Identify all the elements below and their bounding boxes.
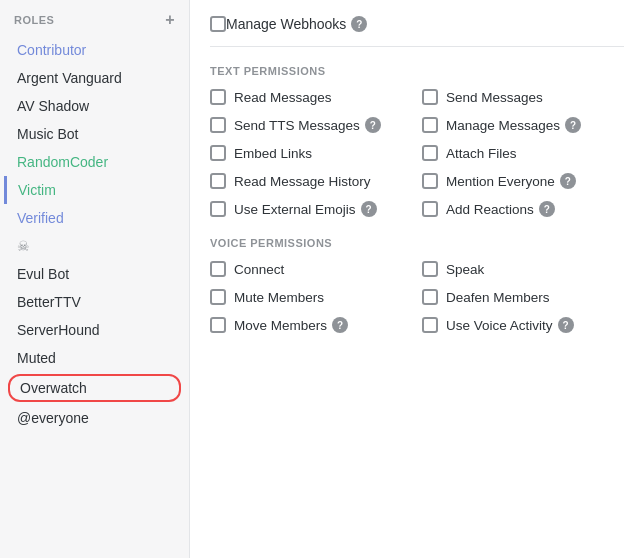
- manage-messages-label: Manage Messages: [446, 118, 560, 133]
- sidebar-item-contributor[interactable]: Contributor: [0, 36, 189, 64]
- sidebar-item-server-hound[interactable]: ServerHound: [0, 316, 189, 344]
- sidebar-item-av-shadow[interactable]: AV Shadow: [0, 92, 189, 120]
- embed-links-label: Embed Links: [234, 146, 312, 161]
- deafen-members-label: Deafen Members: [446, 290, 550, 305]
- perm-read-messages: Read Messages: [210, 89, 412, 105]
- read-history-checkbox[interactable]: [210, 173, 226, 189]
- external-emojis-help-icon[interactable]: ?: [361, 201, 377, 217]
- send-tts-checkbox[interactable]: [210, 117, 226, 133]
- sidebar-item-muted[interactable]: Muted: [0, 344, 189, 372]
- sidebar-item-argent-vanguard[interactable]: Argent Vanguard: [0, 64, 189, 92]
- external-emojis-checkbox[interactable]: [210, 201, 226, 217]
- sidebar-item-overwatch[interactable]: Overwatch: [8, 374, 181, 402]
- add-role-button[interactable]: +: [165, 12, 175, 28]
- roles-label: ROLES: [14, 14, 54, 26]
- perm-read-history: Read Message History: [210, 173, 412, 189]
- sidebar-item-skull[interactable]: ☠: [0, 232, 189, 260]
- perm-external-emojis: Use External Emojis ?: [210, 201, 412, 217]
- move-members-label: Move Members: [234, 318, 327, 333]
- perm-use-voice-activity: Use Voice Activity ?: [422, 317, 624, 333]
- skull-icon: ☠: [17, 238, 30, 254]
- sidebar-item-everyone[interactable]: @everyone: [0, 404, 189, 432]
- perm-mute-members: Mute Members: [210, 289, 412, 305]
- sidebar-item-music-bot[interactable]: Music Bot: [0, 120, 189, 148]
- external-emojis-label: Use External Emojis: [234, 202, 356, 217]
- sidebar-item-random-coder[interactable]: RandomCoder: [0, 148, 189, 176]
- manage-webhooks-checkbox[interactable]: [210, 16, 226, 32]
- send-messages-checkbox[interactable]: [422, 89, 438, 105]
- use-voice-activity-checkbox[interactable]: [422, 317, 438, 333]
- connect-checkbox[interactable]: [210, 261, 226, 277]
- permissions-panel: Manage Webhooks ? TEXT PERMISSIONS Read …: [190, 0, 644, 558]
- send-tts-label: Send TTS Messages: [234, 118, 360, 133]
- voice-permissions-label: VOICE PERMISSIONS: [210, 237, 624, 249]
- sidebar-item-evul-bot[interactable]: Evul Bot: [0, 260, 189, 288]
- perm-connect: Connect: [210, 261, 412, 277]
- manage-webhooks-label: Manage Webhooks: [226, 16, 346, 32]
- embed-links-checkbox[interactable]: [210, 145, 226, 161]
- connect-label: Connect: [234, 262, 284, 277]
- perm-mention-everyone: Mention Everyone ?: [422, 173, 624, 189]
- perm-deafen-members: Deafen Members: [422, 289, 624, 305]
- sidebar-item-verified[interactable]: Verified: [0, 204, 189, 232]
- perm-send-tts: Send TTS Messages ?: [210, 117, 412, 133]
- send-tts-help-icon[interactable]: ?: [365, 117, 381, 133]
- read-history-label: Read Message History: [234, 174, 371, 189]
- sidebar-item-better-ttv[interactable]: BetterTTV: [0, 288, 189, 316]
- mention-everyone-checkbox[interactable]: [422, 173, 438, 189]
- deafen-members-checkbox[interactable]: [422, 289, 438, 305]
- perm-add-reactions: Add Reactions ?: [422, 201, 624, 217]
- perm-manage-messages: Manage Messages ?: [422, 117, 624, 133]
- speak-checkbox[interactable]: [422, 261, 438, 277]
- voice-permissions-grid: Connect Speak Mute Members Deafen Member…: [210, 261, 624, 333]
- mute-members-checkbox[interactable]: [210, 289, 226, 305]
- add-reactions-checkbox[interactable]: [422, 201, 438, 217]
- perm-move-members: Move Members ?: [210, 317, 412, 333]
- perm-send-messages: Send Messages: [422, 89, 624, 105]
- attach-files-checkbox[interactable]: [422, 145, 438, 161]
- mention-everyone-help-icon[interactable]: ?: [560, 173, 576, 189]
- perm-speak: Speak: [422, 261, 624, 277]
- sidebar-item-victim[interactable]: Victim: [4, 176, 189, 204]
- text-permissions-grid: Read Messages Send Messages Send TTS Mes…: [210, 89, 624, 217]
- use-voice-activity-help-icon[interactable]: ?: [558, 317, 574, 333]
- text-permissions-label: TEXT PERMISSIONS: [210, 65, 624, 77]
- read-messages-label: Read Messages: [234, 90, 332, 105]
- manage-webhooks-row: Manage Webhooks ?: [210, 16, 624, 47]
- manage-webhooks-help-icon[interactable]: ?: [351, 16, 367, 32]
- send-messages-label: Send Messages: [446, 90, 543, 105]
- add-reactions-label: Add Reactions: [446, 202, 534, 217]
- read-messages-checkbox[interactable]: [210, 89, 226, 105]
- add-reactions-help-icon[interactable]: ?: [539, 201, 555, 217]
- roles-header: ROLES +: [0, 0, 189, 36]
- speak-label: Speak: [446, 262, 484, 277]
- manage-messages-checkbox[interactable]: [422, 117, 438, 133]
- perm-embed-links: Embed Links: [210, 145, 412, 161]
- move-members-checkbox[interactable]: [210, 317, 226, 333]
- attach-files-label: Attach Files: [446, 146, 517, 161]
- use-voice-activity-label: Use Voice Activity: [446, 318, 553, 333]
- manage-messages-help-icon[interactable]: ?: [565, 117, 581, 133]
- move-members-help-icon[interactable]: ?: [332, 317, 348, 333]
- sidebar: ROLES + Contributor Argent Vanguard AV S…: [0, 0, 190, 558]
- perm-attach-files: Attach Files: [422, 145, 624, 161]
- mute-members-label: Mute Members: [234, 290, 324, 305]
- mention-everyone-label: Mention Everyone: [446, 174, 555, 189]
